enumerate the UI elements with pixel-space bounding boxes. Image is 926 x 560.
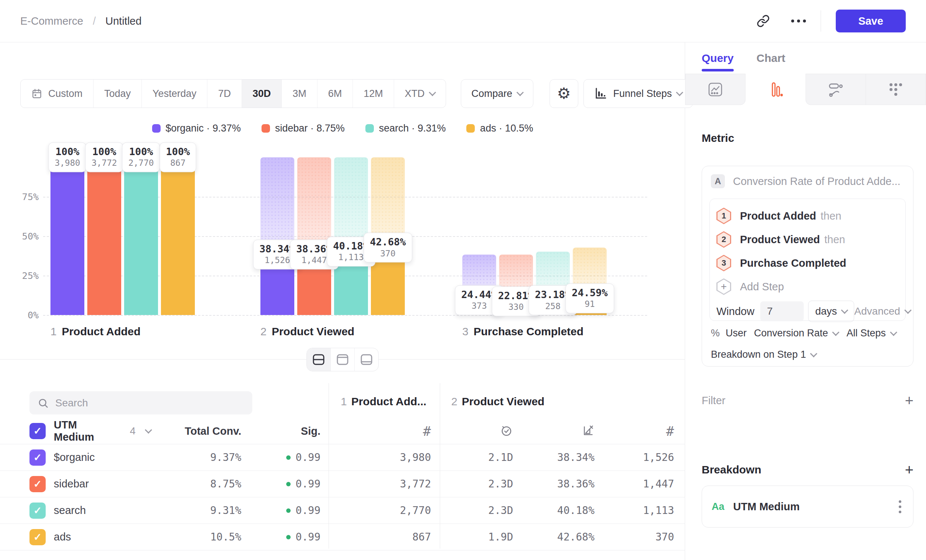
advanced-label: Advanced [854,306,900,317]
more-menu-button[interactable] [791,20,806,23]
significance-dot-icon [286,482,291,486]
query-funnel-step[interactable]: 1Product Addedthen [716,204,899,228]
row-checkbox[interactable]: ✓ [29,502,46,519]
breakdown-item[interactable]: Aa UTM Medium [702,486,914,528]
legend-item[interactable]: ads · 10.5% [466,123,533,134]
chevron-down-icon [904,307,912,314]
chevron-down-icon [810,350,817,357]
chart-settings-button[interactable]: ⚙︎ [549,79,578,108]
sig-header[interactable]: Sig. [241,425,321,437]
funnel-plot: 75%50%25%0%100%3,98038.34%1,52624.44%373… [20,142,663,315]
table-row[interactable]: ✓search9.31%0.992,7702.3D40.18%1,113 [0,497,685,524]
flows-chart-tab[interactable] [806,74,866,105]
funnel-bar[interactable] [87,157,121,315]
legend-item[interactable]: search · 9.31% [365,123,446,134]
share-link-button[interactable] [753,11,773,31]
total-conv-header[interactable]: Total Conv. [151,425,241,437]
time-range-3m[interactable]: 3M [281,80,317,107]
kebab-menu-icon[interactable] [897,498,903,515]
row-significance: 0.99 [241,478,321,490]
metric-badge: A [711,174,725,188]
conversion-rate-column-icon[interactable] [513,424,595,439]
layout-chart-bottom-button[interactable] [354,348,378,371]
retention-chart-tab[interactable] [866,74,926,105]
search-input[interactable] [54,397,244,409]
bar-rate: 100% [91,146,117,158]
significance-dot-icon [286,509,291,513]
layout-split-button[interactable] [307,348,330,371]
time-range-xtd[interactable]: XTD [394,80,446,107]
row-checkbox[interactable]: ✓ [29,529,46,545]
window-unit-select[interactable]: days [808,301,854,322]
bar-value-label: 100%3,980 [48,142,86,172]
legend-swatch [262,124,270,133]
metric-heading: Metric [702,132,734,144]
advanced-toggle[interactable]: Advanced [854,306,911,317]
count-column-icon[interactable]: # [595,424,674,439]
time-range-today[interactable]: Today [93,80,141,107]
legend-item[interactable]: $organic · 9.37% [152,123,241,134]
funnel-chart-tab[interactable] [746,74,805,105]
breakdown-on-step[interactable]: Breakdown on Step 1 [711,349,816,360]
time-range-yesterday[interactable]: Yesterday [141,80,207,107]
time-range-12m[interactable]: 12M [353,80,394,107]
funnel-step-label: 1Product Added [50,325,141,338]
metric-title-row[interactable]: A Conversion Rate of Product Adde... [702,166,913,188]
segmentation-chart-tab[interactable] [685,74,746,105]
tab-chart[interactable]: Chart [757,42,785,74]
row-checkbox[interactable]: ✓ [29,450,46,466]
count-column-icon[interactable]: # [321,424,431,439]
funnel-bar[interactable] [50,157,84,315]
row-step-value: 3,980 [321,451,431,463]
legend-item[interactable]: sidebar · 8.75% [262,123,345,134]
row-step-value: 1,526 [595,451,674,463]
compare-button[interactable]: Compare [461,79,533,108]
measure-user[interactable]: User [726,327,747,339]
chevron-down-icon [832,328,840,336]
filter-heading: Filter [702,395,725,407]
group-by-label[interactable]: UTM Medium [54,419,117,443]
add-step-label: Add Step [740,281,784,293]
funnel-bar[interactable] [161,157,195,315]
add-step-button[interactable]: + Add Step [716,275,899,298]
time-range-label: 30D [253,88,271,100]
add-filter-button[interactable]: + [905,393,914,408]
breakdown-on-step-label: Breakdown on Step 1 [711,349,806,360]
table-row[interactable]: ✓ads10.5%0.998671.9D42.68%370 [0,524,685,550]
time-to-convert-icon[interactable] [431,424,513,439]
row-significance: 0.99 [241,504,321,516]
breadcrumb-parent[interactable]: E-Commerce [20,15,83,27]
save-button[interactable]: Save [836,9,906,32]
time-range-7d[interactable]: 7D [207,80,242,107]
time-range-30d[interactable]: 30D [242,80,282,107]
table-row[interactable]: ✓$organic9.37%0.993,9802.1D38.34%1,526 [0,444,685,471]
query-funnel-step[interactable]: 2Product Viewedthen [716,228,899,251]
layout-chart-top-button[interactable] [330,348,354,371]
row-checkbox[interactable]: ✓ [29,476,46,492]
app-root: E-Commerce / Untitled Save Cus [0,0,926,560]
step-label: Product Add... [351,395,427,407]
select-all-checkbox[interactable]: ✓ [29,423,46,439]
row-name: search [54,504,86,516]
table-row[interactable]: ✓sidebar8.75%0.993,7722.3D38.36%1,447 [0,471,685,497]
metric-card: A Conversion Rate of Product Adde... 1Pr… [702,166,914,366]
layout-chart-bottom-icon [360,353,374,366]
breadcrumb-current[interactable]: Untitled [105,15,141,27]
time-range-label: Yesterday [153,88,196,100]
query-funnel-step[interactable]: 3Purchase Completed [716,251,899,275]
measure-all-steps[interactable]: All Steps [846,327,886,339]
chart-legend: $organic · 9.37%sidebar · 8.75%search · … [0,123,685,134]
time-range-custom[interactable]: Custom [21,80,93,107]
time-range-6m[interactable]: 6M [317,80,353,107]
window-value-input[interactable] [760,301,804,321]
time-range-label: 7D [218,88,231,100]
string-property-icon: Aa [712,501,725,513]
tab-query[interactable]: Query [702,42,734,74]
funnel-bar[interactable] [124,157,158,315]
measure-conversion-rate[interactable]: Conversion Rate [754,327,828,339]
chart-type-dropdown[interactable]: Funnel Steps [583,79,693,108]
add-breakdown-button[interactable]: + [905,462,914,477]
y-axis-tick: 50% [20,231,39,242]
step-name: Product Added [62,325,141,338]
gear-icon: ⚙︎ [557,86,571,101]
